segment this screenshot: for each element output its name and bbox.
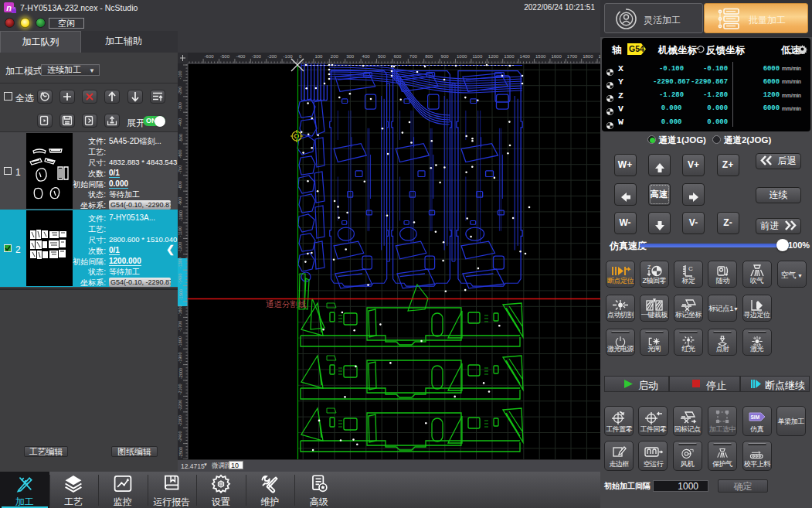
svg-text:-1800: -1800 [178, 336, 183, 347]
svg-text:-300: -300 [252, 54, 262, 59]
svg-text:-100: -100 [284, 54, 294, 59]
svg-text:-1600: -1600 [178, 305, 183, 315]
svg-text:-700: -700 [178, 165, 183, 174]
svg-text:-2200: -2200 [178, 400, 183, 411]
svg-text:-2400: -2400 [178, 431, 183, 442]
svg-text:300: 300 [346, 54, 355, 59]
svg-text:-1500: -1500 [178, 289, 183, 300]
svg-text:-600: -600 [205, 54, 215, 59]
svg-text:-1300: -1300 [178, 257, 183, 268]
svg-text:1100: 1100 [472, 54, 483, 59]
svg-text:1700: 1700 [567, 54, 578, 59]
svg-text:-2100: -2100 [178, 384, 183, 394]
svg-text:-600: -600 [178, 149, 183, 158]
svg-text:-800: -800 [178, 181, 183, 189]
svg-text:C: C [688, 265, 693, 272]
svg-text:-400: -400 [236, 54, 246, 59]
svg-text:600: 600 [393, 54, 402, 59]
svg-text:-2500: -2500 [178, 447, 183, 458]
svg-text:900: 900 [441, 54, 450, 59]
svg-text:800: 800 [425, 54, 433, 59]
svg-text:100: 100 [314, 54, 323, 59]
svg-text:1500: 1500 [535, 54, 546, 59]
svg-text:1300: 1300 [504, 54, 515, 59]
svg-text:-2000: -2000 [178, 368, 183, 379]
svg-text:通道分割线: 通道分割线 [266, 299, 307, 309]
svg-text:-1100: -1100 [178, 227, 183, 237]
svg-text:400: 400 [362, 54, 371, 59]
svg-text:-400: -400 [178, 118, 183, 127]
svg-text:Z: Z [647, 264, 651, 270]
svg-text:-100: -100 [178, 70, 183, 79]
svg-text:-2300: -2300 [178, 415, 183, 426]
svg-text:1000: 1000 [457, 54, 467, 59]
svg-text:-1200: -1200 [178, 242, 183, 253]
svg-text:1400: 1400 [520, 54, 531, 59]
svg-text:n: n [6, 3, 12, 12]
svg-text:-500: -500 [178, 134, 183, 142]
svg-text:1200: 1200 [488, 54, 499, 59]
svg-text:SIM: SIM [750, 414, 759, 420]
svg-text:-900: -900 [178, 197, 183, 206]
svg-text:-300: -300 [178, 102, 183, 111]
svg-text:700: 700 [409, 54, 418, 59]
svg-text:-200: -200 [178, 87, 183, 95]
svg-text:-1900: -1900 [178, 353, 183, 363]
svg-text:1800: 1800 [583, 54, 593, 59]
svg-text:-200: -200 [267, 54, 277, 59]
svg-text:-1000: -1000 [178, 210, 183, 221]
svg-text:-1400: -1400 [178, 274, 183, 285]
svg-text:1600: 1600 [551, 54, 562, 59]
svg-text:-500: -500 [220, 54, 230, 59]
svg-text:200: 200 [331, 54, 339, 59]
svg-text:-1700: -1700 [178, 321, 183, 332]
svg-text:500: 500 [378, 54, 386, 59]
